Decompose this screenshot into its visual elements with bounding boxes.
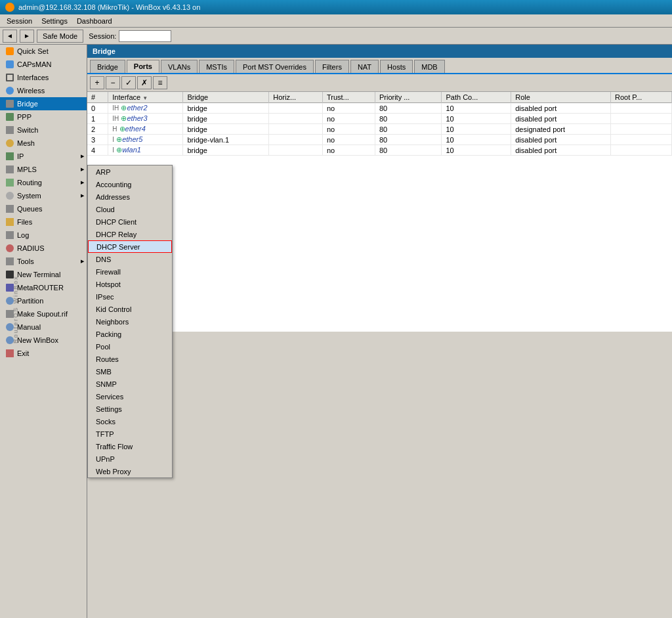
col-role[interactable]: Role xyxy=(511,92,611,103)
col-pathcost[interactable]: Path Co... xyxy=(442,92,511,103)
cell-interface: I ⊕ether5 xyxy=(108,135,183,145)
disable-button[interactable]: ✗ xyxy=(137,76,152,89)
col-horiz[interactable]: Horiz... xyxy=(269,92,323,103)
dropdown-item-ipsec[interactable]: IPsec xyxy=(88,290,172,303)
dropdown-item-cloud[interactable]: Cloud xyxy=(88,203,172,215)
tab-vlans[interactable]: VLANs xyxy=(161,60,198,73)
enable-button[interactable]: ✓ xyxy=(121,76,136,89)
dropdown-item-upnp[interactable]: UPnP xyxy=(88,452,172,465)
table-row[interactable]: 1 IH ⊕ether3 bridge no 80 10 disabled po… xyxy=(87,114,672,124)
tab-ports[interactable]: Ports xyxy=(127,60,159,73)
safe-mode-button[interactable]: Safe Mode xyxy=(37,30,83,43)
tab-nat[interactable]: NAT xyxy=(350,60,379,73)
filter-button[interactable]: ≡ xyxy=(153,76,167,89)
menu-session[interactable]: Session xyxy=(3,16,36,26)
sidebar-item-capsman[interactable]: CAPsMAN xyxy=(0,58,87,71)
table-row[interactable]: 4 I ⊕wlan1 bridge no 80 10 disabled port xyxy=(87,145,672,156)
tab-mstis[interactable]: MSTIs xyxy=(199,60,234,73)
log-icon xyxy=(5,231,14,240)
tab-filters[interactable]: Filters xyxy=(315,60,349,73)
dropdown-item-dhcp-client[interactable]: DHCP Client xyxy=(88,215,172,228)
sidebar-item-system[interactable]: System xyxy=(0,189,87,202)
cell-num: 4 xyxy=(87,145,108,156)
dropdown-item-firewall[interactable]: Firewall xyxy=(88,265,172,278)
sidebar-item-queues[interactable]: Queues xyxy=(0,202,87,215)
cell-interface: IH ⊕ether3 xyxy=(108,114,183,124)
sidebar-item-tools[interactable]: Tools xyxy=(0,255,87,268)
dropdown-item-web-proxy[interactable]: Web Proxy xyxy=(88,465,172,477)
sidebar-item-radius[interactable]: RADIUS xyxy=(0,242,87,255)
col-interface[interactable]: Interface ▼ xyxy=(108,92,183,103)
table-row[interactable]: 0 IH ⊕ether2 bridge no 80 10 disabled po… xyxy=(87,103,672,114)
forward-button[interactable]: ► xyxy=(20,30,34,43)
dropdown-item-pool[interactable]: Pool xyxy=(88,340,172,353)
col-priority[interactable]: Priority ... xyxy=(375,92,442,103)
menu-dashboard[interactable]: Dashboard xyxy=(73,16,116,26)
sidebar-item-ppp[interactable]: PPP xyxy=(0,110,87,123)
ppp-icon xyxy=(5,112,14,121)
cell-horiz xyxy=(269,103,323,114)
dropdown-item-addresses[interactable]: Addresses xyxy=(88,190,172,203)
table-row[interactable]: 2 H ⊕ether4 bridge no 80 10 designated p… xyxy=(87,124,672,135)
sidebar-item-files[interactable]: Files xyxy=(0,215,87,229)
sidebar-item-switch[interactable]: Switch xyxy=(0,123,87,137)
dropdown-item-hotspot[interactable]: Hotspot xyxy=(88,278,172,290)
dropdown-item-services[interactable]: Services xyxy=(88,390,172,403)
title-bar: admin@192.168.32.108 (MikroTik) - WinBox… xyxy=(0,0,672,14)
table-row[interactable]: 3 I ⊕ether5 bridge-vlan.1 no 80 10 disab… xyxy=(87,135,672,145)
cell-bridge: bridge xyxy=(183,114,269,124)
table-toolbar: + − ✓ ✗ ≡ xyxy=(87,74,672,92)
ip-dropdown-menu: ARPAccountingAddressesCloudDHCP ClientDH… xyxy=(87,165,173,478)
col-num[interactable]: # xyxy=(87,92,108,103)
sidebar-item-ip[interactable]: IP xyxy=(0,150,87,163)
cell-interface: IH ⊕ether2 xyxy=(108,103,183,114)
col-trust[interactable]: Trust... xyxy=(322,92,375,103)
tab-port-mst-overrides[interactable]: Port MST Overrides xyxy=(236,60,314,73)
dropdown-item-dns[interactable]: DNS xyxy=(88,253,172,265)
cell-num: 3 xyxy=(87,135,108,145)
table-container: # Interface ▼ Bridge Horiz... Trust... P… xyxy=(87,92,672,332)
sidebar-item-mpls[interactable]: MPLS xyxy=(0,163,87,176)
menu-settings[interactable]: Settings xyxy=(37,16,72,26)
sidebar-item-quick-set[interactable]: Quick Set xyxy=(0,45,87,58)
col-rootp[interactable]: Root P... xyxy=(611,92,672,103)
sidebar-item-routing[interactable]: Routing xyxy=(0,176,87,189)
dropdown-item-tftp[interactable]: TFTP xyxy=(88,428,172,440)
dropdown-item-routes[interactable]: Routes xyxy=(88,353,172,365)
cell-pathcost: 10 xyxy=(442,103,511,114)
cell-horiz xyxy=(269,114,323,124)
cell-pathcost: 10 xyxy=(442,124,511,135)
dropdown-item-settings[interactable]: Settings xyxy=(88,403,172,415)
dropdown-item-socks[interactable]: Socks xyxy=(88,415,172,428)
content-area: Bridge Bridge Ports VLANs MSTIs Port MST… xyxy=(87,45,672,618)
cell-bridge: bridge xyxy=(183,103,269,114)
dropdown-item-kid-control[interactable]: Kid Control xyxy=(88,303,172,315)
sidebar-item-bridge[interactable]: Bridge xyxy=(0,97,87,110)
dropdown-item-traffic-flow[interactable]: Traffic Flow xyxy=(88,440,172,452)
cell-trust: no xyxy=(322,135,375,145)
sidebar-item-log[interactable]: Log xyxy=(0,229,87,242)
dropdown-item-dhcp-server[interactable]: DHCP Server xyxy=(88,240,172,253)
ip-icon xyxy=(5,152,14,161)
sidebar-item-wireless[interactable]: Wireless xyxy=(0,84,87,97)
sidebar-item-mesh[interactable]: Mesh xyxy=(0,137,87,150)
dropdown-item-smb[interactable]: SMB xyxy=(88,365,172,378)
tab-hosts[interactable]: Hosts xyxy=(380,60,413,73)
remove-button[interactable]: − xyxy=(106,76,120,89)
dropdown-item-dhcp-relay[interactable]: DHCP Relay xyxy=(88,228,172,240)
session-input[interactable] xyxy=(119,30,171,42)
tab-bridge[interactable]: Bridge xyxy=(90,60,125,73)
col-bridge[interactable]: Bridge xyxy=(183,92,269,103)
ports-table: # Interface ▼ Bridge Horiz... Trust... P… xyxy=(87,92,672,156)
sidebar-item-exit[interactable]: Exit xyxy=(0,347,87,360)
add-button[interactable]: + xyxy=(90,76,104,89)
dropdown-item-arp[interactable]: ARP xyxy=(88,166,172,178)
dropdown-item-packing[interactable]: Packing xyxy=(88,328,172,340)
cell-trust: no xyxy=(322,103,375,114)
tab-mdb[interactable]: MDB xyxy=(414,60,444,73)
dropdown-item-accounting[interactable]: Accounting xyxy=(88,178,172,190)
dropdown-item-neighbors[interactable]: Neighbors xyxy=(88,315,172,328)
back-button[interactable]: ◄ xyxy=(3,30,17,43)
sidebar-item-interfaces[interactable]: Interfaces xyxy=(0,71,87,84)
dropdown-item-snmp[interactable]: SNMP xyxy=(88,378,172,390)
